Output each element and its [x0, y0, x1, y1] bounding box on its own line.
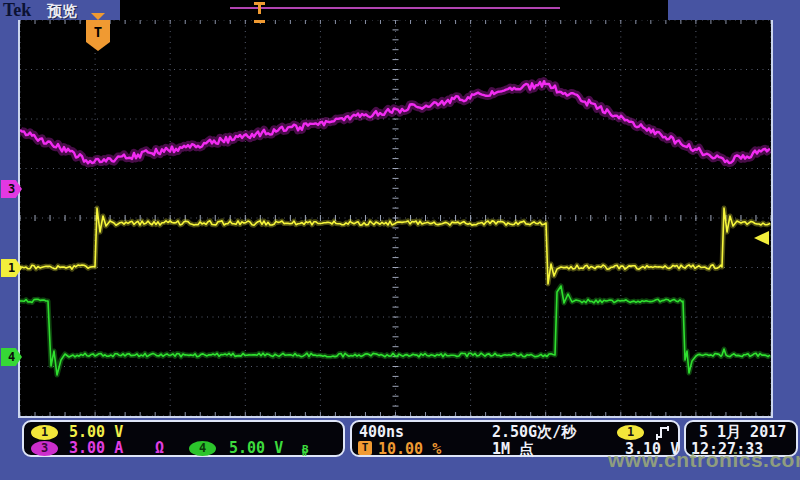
ch3-trace-glow — [20, 81, 770, 163]
trigger-t-glyph: T — [94, 24, 102, 40]
timebase-readout: 400ns — [359, 425, 404, 440]
ch4-badge[interactable]: 4 — [189, 441, 216, 456]
trigger-position-arrow-icon[interactable] — [91, 13, 105, 20]
trigger-level-readout: 3.10 V — [625, 442, 679, 457]
horizontal-trigger-panel[interactable]: 400ns T 10.00 % 2.50G次/秒 1M 点 1 3.10 V — [350, 420, 680, 457]
tek-logo: Tek — [3, 0, 31, 20]
acquisition-preview-bar — [120, 0, 668, 20]
record-length-readout: 1M 点 — [492, 442, 534, 457]
acquisition-record-line — [230, 7, 560, 9]
acquisition-trigger-position-marker[interactable] — [254, 2, 265, 23]
sample-rate-readout: 2.50G次/秒 — [492, 425, 576, 440]
ch3-badge[interactable]: 3 — [31, 441, 58, 456]
preview-mode-label: 预览 — [47, 1, 77, 20]
trigger-level-arrow-icon — [754, 231, 769, 245]
ch4-bandwidth-icon: BW — [302, 442, 307, 461]
ch3-impedance-icon: Ω — [155, 441, 164, 456]
rising-edge-slope-icon — [655, 425, 671, 440]
datetime-panel[interactable]: 5 1月 2017 12:27:33 — [684, 420, 798, 457]
trigger-position-icon: T — [358, 441, 372, 455]
ch1-scale-readout: 5.00 V — [69, 425, 123, 440]
channel-readouts-panel[interactable]: 1 5.00 V 3 3.00 A Ω 4 5.00 V BW — [22, 420, 345, 457]
scope-canvas: T — [20, 20, 771, 416]
trigger-position-readout: 10.00 % — [378, 442, 441, 457]
trigger-source-badge[interactable]: 1 — [617, 425, 644, 440]
oscilloscope-screen: { "header": { "brand": "Tek", "mode": "预… — [0, 0, 800, 480]
ch4-scale-readout: 5.00 V — [229, 441, 283, 456]
marker-stem — [258, 5, 261, 14]
top-status-bar: Tek 预览 — [0, 0, 800, 20]
time-readout: 12:27:33 — [691, 442, 763, 457]
ch3-scale-readout: 3.00 A — [69, 441, 123, 456]
date-readout: 5 1月 2017 — [699, 425, 786, 440]
waveform-display[interactable]: T — [18, 18, 773, 418]
ch1-badge[interactable]: 1 — [31, 425, 58, 440]
